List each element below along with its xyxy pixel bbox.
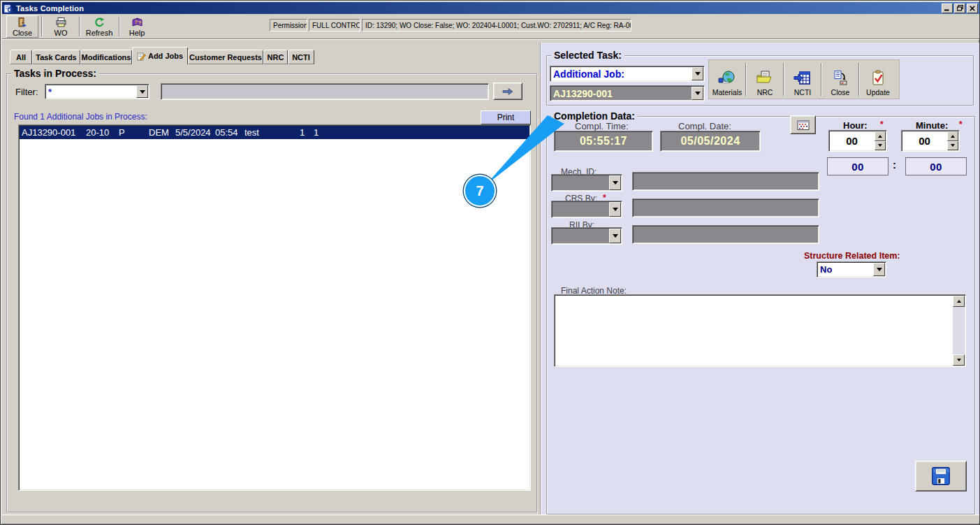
- nrc-button[interactable]: NRC: [747, 60, 783, 99]
- chevron-down-icon[interactable]: [609, 202, 621, 217]
- mech-id-dropdown[interactable]: [551, 174, 622, 192]
- chevron-down-icon[interactable]: [136, 85, 148, 98]
- hour-required-marker: *: [880, 120, 884, 129]
- chevron-down-icon[interactable]: [692, 67, 703, 80]
- refresh-button[interactable]: Refresh: [82, 15, 117, 38]
- refresh-icon: [94, 17, 105, 28]
- save-button[interactable]: [915, 461, 967, 491]
- chevron-down-icon[interactable]: [609, 229, 621, 243]
- hour-label: Hour:: [843, 120, 868, 131]
- scroll-up-button[interactable]: [953, 296, 965, 307]
- selected-task-title: Selected Task:: [551, 50, 624, 61]
- structure-related-dropdown[interactable]: No: [817, 261, 886, 278]
- scroll-down-button[interactable]: [953, 354, 965, 366]
- tasks-group-title: Tasks in Process:: [11, 68, 99, 79]
- completion-data-title: Completion Data:: [551, 110, 638, 122]
- time-display-hour: 00: [827, 157, 888, 175]
- tasks-completion-window: Tasks Completion: [0, 0, 980, 525]
- close-window-button[interactable]: [967, 3, 978, 13]
- tab-task-cards[interactable]: Task Cards: [32, 50, 80, 64]
- app-icon: [3, 3, 13, 13]
- tab-customer-requests[interactable]: Customer Requests: [188, 50, 263, 64]
- rii-by-dropdown[interactable]: [551, 227, 622, 245]
- tab-add-jobs[interactable]: Add Jobs: [132, 47, 188, 64]
- cell-qty2: 1: [314, 127, 328, 138]
- table-arrow-icon: [793, 70, 812, 87]
- calendar-button[interactable]: [790, 115, 816, 134]
- filter-label: Filter:: [15, 87, 38, 97]
- main-toolbar: Close WO Refresh: [2, 14, 979, 39]
- hour-spin-down-button[interactable]: [875, 141, 886, 151]
- task-row-selected[interactable]: AJ13290-001 20-10 P DEM 5/5/2024 05:54 t…: [20, 126, 529, 139]
- task-id-dropdown[interactable]: AJ13290-001: [550, 85, 705, 101]
- close-icon: [970, 6, 975, 11]
- restore-icon: [957, 5, 963, 11]
- close-button[interactable]: Close: [6, 15, 38, 38]
- tab-ncti[interactable]: NCTI: [288, 50, 314, 64]
- rii-by-name-field: [632, 225, 819, 244]
- time-display-separator: :: [893, 159, 896, 171]
- found-count-text: Found 1 Additional Jobs in Process:: [14, 112, 147, 122]
- task-type-dropdown[interactable]: Additional Job:: [550, 66, 705, 82]
- cell-description: test: [244, 127, 300, 138]
- note-pencil-icon: [137, 52, 146, 61]
- toolbar-separator: [119, 16, 120, 36]
- toolbar-separator: [79, 16, 80, 36]
- cell-zone: 20-10: [86, 127, 119, 138]
- doc-close-icon: [831, 70, 849, 87]
- chevron-down-icon[interactable]: [873, 263, 885, 276]
- compl-date-value: 05/05/2024: [660, 131, 761, 152]
- cell-time: 05:54: [215, 127, 244, 138]
- right-arrow-icon: [502, 87, 514, 96]
- minute-spinner[interactable]: 00: [901, 130, 960, 152]
- chevron-down-icon[interactable]: [692, 87, 703, 100]
- restore-button[interactable]: [954, 3, 965, 13]
- structure-related-label: Structure Related Item:: [804, 251, 900, 261]
- help-button[interactable]: ? ? Help: [122, 15, 152, 38]
- compl-time-label: Compl. Time:: [575, 121, 629, 131]
- apply-filter-button[interactable]: [493, 82, 522, 100]
- selected-task-toolbar: Materials NRC: [708, 59, 900, 99]
- filter-search-input[interactable]: [161, 83, 489, 100]
- clipboard-check-icon: [869, 70, 887, 87]
- titlebar[interactable]: Tasks Completion: [2, 2, 979, 14]
- completion-data-group: Completion Data: Compl. Time: 05:55:17 C…: [546, 116, 975, 515]
- wo-button[interactable]: WO: [45, 15, 77, 38]
- update-button[interactable]: Update: [860, 60, 896, 99]
- final-action-note-text[interactable]: [555, 296, 953, 366]
- crs-by-dropdown[interactable]: [551, 201, 622, 218]
- filter-dropdown[interactable]: *: [45, 84, 149, 99]
- window-title: Tasks Completion: [16, 4, 84, 13]
- hour-spinner[interactable]: 00: [828, 130, 887, 152]
- compl-time-value: 05:55:17: [554, 131, 653, 152]
- chevron-down-icon[interactable]: [609, 175, 621, 190]
- exit-door-icon: [17, 17, 29, 28]
- toolbar-separator: [41, 16, 43, 36]
- permission-value: FULL CONTROL: [309, 19, 360, 31]
- materials-button[interactable]: Materials: [709, 60, 745, 99]
- minimize-button[interactable]: [942, 3, 953, 13]
- tab-nrc[interactable]: NRC: [263, 50, 288, 64]
- filter-value: *: [48, 85, 52, 99]
- task-detail-panel: Selected Task: Additional Job: AJ13290-0…: [540, 43, 979, 517]
- minute-spin-down-button[interactable]: [947, 141, 958, 151]
- ncti-button[interactable]: NCTI: [784, 60, 821, 99]
- svg-text:?: ?: [138, 20, 141, 24]
- cell-qty1: 1: [300, 127, 314, 138]
- close-task-button[interactable]: Close: [822, 60, 858, 99]
- printer-icon: [55, 17, 67, 28]
- hour-spin-up-button[interactable]: [875, 131, 886, 141]
- tasks-list[interactable]: AJ13290-001 20-10 P DEM 5/5/2024 05:54 t…: [18, 124, 531, 491]
- save-floppy-icon: [930, 466, 951, 487]
- tab-modifications[interactable]: Modifications: [80, 50, 132, 64]
- print-button[interactable]: Print: [481, 110, 531, 124]
- permission-label: Permission:: [270, 19, 307, 31]
- minimize-icon: [944, 5, 950, 11]
- compl-date-label: Compl. Date:: [678, 121, 731, 131]
- minute-spin-up-button[interactable]: [947, 131, 958, 141]
- tab-all[interactable]: All: [10, 50, 32, 64]
- final-action-note-field[interactable]: [554, 294, 966, 367]
- note-scrollbar[interactable]: [953, 296, 965, 366]
- work-order-context: ID: 13290; WO Close: False; WO: 202404-L…: [362, 19, 631, 31]
- cell-date: 5/5/2024: [175, 127, 215, 138]
